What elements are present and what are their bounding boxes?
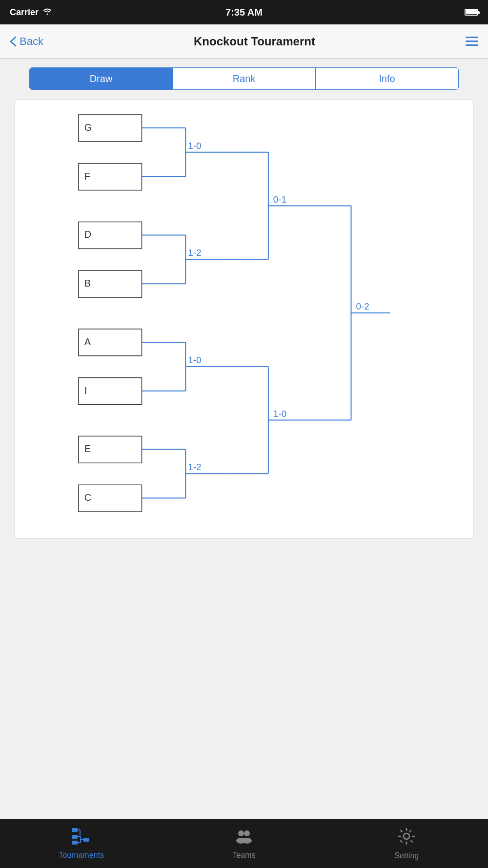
svg-text:C: C: [84, 492, 91, 503]
svg-text:G: G: [84, 122, 92, 133]
svg-text:D: D: [84, 229, 91, 240]
tab-draw[interactable]: Draw: [30, 68, 173, 89]
tab-rank-label: Rank: [233, 73, 256, 84]
svg-point-61: [238, 830, 244, 836]
teams-label: Teams: [232, 851, 255, 860]
wifi-icon: [42, 7, 52, 18]
svg-rect-57: [83, 838, 89, 842]
tab-info[interactable]: Info: [316, 68, 458, 89]
main-content: G F D B A I E C: [0, 90, 488, 819]
teams-icon: [234, 828, 254, 848]
bottom-tab-tournaments[interactable]: Tournaments: [52, 828, 111, 860]
battery-icon: [465, 9, 478, 16]
bottom-tab-setting[interactable]: Setting: [377, 827, 436, 860]
svg-rect-10: [79, 378, 142, 405]
tournaments-icon: [72, 828, 91, 848]
svg-text:1-2: 1-2: [188, 462, 201, 472]
bottom-tab-bar: Tournaments Teams Setting: [0, 819, 488, 868]
svg-point-62: [244, 830, 250, 836]
menu-icon-line2: [466, 41, 478, 42]
carrier-text: Carrier: [10, 7, 39, 18]
svg-point-65: [404, 833, 409, 839]
menu-icon-line1: [466, 37, 478, 38]
tab-info-label: Info: [379, 73, 395, 84]
back-label: Back: [20, 35, 43, 48]
bottom-tab-teams[interactable]: Teams: [215, 828, 273, 860]
status-right: [465, 9, 478, 16]
tournaments-label: Tournaments: [59, 851, 104, 860]
svg-text:B: B: [84, 278, 91, 289]
svg-rect-51: [72, 835, 78, 839]
nav-bar: Back Knockout Touramernt: [0, 24, 488, 59]
bracket-container: G F D B A I E C: [15, 100, 473, 539]
svg-text:I: I: [84, 385, 87, 396]
tab-rank[interactable]: Rank: [173, 68, 316, 89]
setting-icon: [398, 827, 415, 848]
status-time: 7:35 AM: [225, 7, 263, 18]
svg-point-64: [242, 838, 252, 844]
bracket-svg: G F D B A I E C: [25, 110, 463, 529]
svg-text:F: F: [84, 171, 90, 182]
svg-text:0-1: 0-1: [273, 194, 286, 205]
page-title: Knockout Touramernt: [194, 35, 315, 48]
segment-control: Draw Rank Info: [29, 67, 459, 90]
menu-button[interactable]: [466, 37, 478, 46]
svg-rect-52: [72, 841, 78, 845]
tab-draw-label: Draw: [90, 73, 113, 84]
status-bar: Carrier 7:35 AM: [0, 0, 488, 24]
svg-text:1-0: 1-0: [188, 141, 201, 151]
back-button[interactable]: Back: [10, 35, 43, 48]
svg-text:0-2: 0-2: [356, 301, 369, 311]
svg-text:E: E: [84, 443, 91, 454]
setting-label: Setting: [394, 851, 419, 860]
svg-text:A: A: [84, 336, 91, 347]
svg-text:1-2: 1-2: [188, 248, 201, 258]
status-carrier: Carrier: [10, 7, 52, 18]
svg-rect-58: [72, 828, 78, 832]
menu-icon-line3: [466, 44, 478, 46]
svg-text:1-0: 1-0: [273, 409, 286, 419]
svg-text:1-0: 1-0: [188, 355, 201, 365]
